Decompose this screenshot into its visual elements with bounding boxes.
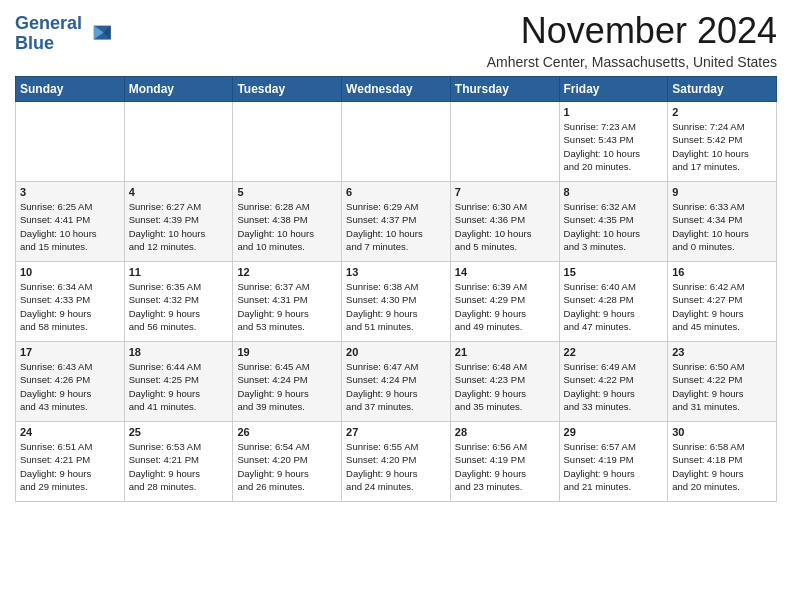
day-info: Sunrise: 6:57 AM Sunset: 4:19 PM Dayligh…	[564, 440, 664, 493]
weekday-header: Sunday	[16, 77, 125, 102]
header-row: SundayMondayTuesdayWednesdayThursdayFrid…	[16, 77, 777, 102]
calendar-cell: 9Sunrise: 6:33 AM Sunset: 4:34 PM Daylig…	[668, 182, 777, 262]
calendar-cell: 11Sunrise: 6:35 AM Sunset: 4:32 PM Dayli…	[124, 262, 233, 342]
calendar-week-row: 10Sunrise: 6:34 AM Sunset: 4:33 PM Dayli…	[16, 262, 777, 342]
day-info: Sunrise: 6:30 AM Sunset: 4:36 PM Dayligh…	[455, 200, 555, 253]
calendar-cell	[124, 102, 233, 182]
weekday-header: Wednesday	[342, 77, 451, 102]
calendar-cell: 15Sunrise: 6:40 AM Sunset: 4:28 PM Dayli…	[559, 262, 668, 342]
day-number: 20	[346, 346, 446, 358]
day-number: 12	[237, 266, 337, 278]
weekday-header: Monday	[124, 77, 233, 102]
day-info: Sunrise: 6:43 AM Sunset: 4:26 PM Dayligh…	[20, 360, 120, 413]
day-number: 30	[672, 426, 772, 438]
calendar-cell: 24Sunrise: 6:51 AM Sunset: 4:21 PM Dayli…	[16, 422, 125, 502]
calendar-cell	[233, 102, 342, 182]
day-info: Sunrise: 6:50 AM Sunset: 4:22 PM Dayligh…	[672, 360, 772, 413]
day-info: Sunrise: 6:55 AM Sunset: 4:20 PM Dayligh…	[346, 440, 446, 493]
day-number: 26	[237, 426, 337, 438]
day-info: Sunrise: 7:23 AM Sunset: 5:43 PM Dayligh…	[564, 120, 664, 173]
day-number: 29	[564, 426, 664, 438]
day-number: 24	[20, 426, 120, 438]
calendar-table: SundayMondayTuesdayWednesdayThursdayFrid…	[15, 76, 777, 502]
day-info: Sunrise: 6:56 AM Sunset: 4:19 PM Dayligh…	[455, 440, 555, 493]
calendar-cell: 23Sunrise: 6:50 AM Sunset: 4:22 PM Dayli…	[668, 342, 777, 422]
calendar-cell: 1Sunrise: 7:23 AM Sunset: 5:43 PM Daylig…	[559, 102, 668, 182]
calendar-cell: 13Sunrise: 6:38 AM Sunset: 4:30 PM Dayli…	[342, 262, 451, 342]
calendar-cell: 28Sunrise: 6:56 AM Sunset: 4:19 PM Dayli…	[450, 422, 559, 502]
day-number: 21	[455, 346, 555, 358]
logo: GeneralBlue	[15, 14, 112, 54]
calendar-cell: 19Sunrise: 6:45 AM Sunset: 4:24 PM Dayli…	[233, 342, 342, 422]
calendar-header: SundayMondayTuesdayWednesdayThursdayFrid…	[16, 77, 777, 102]
day-number: 4	[129, 186, 229, 198]
calendar-cell	[342, 102, 451, 182]
day-number: 15	[564, 266, 664, 278]
day-info: Sunrise: 6:49 AM Sunset: 4:22 PM Dayligh…	[564, 360, 664, 413]
day-info: Sunrise: 6:33 AM Sunset: 4:34 PM Dayligh…	[672, 200, 772, 253]
calendar-cell: 2Sunrise: 7:24 AM Sunset: 5:42 PM Daylig…	[668, 102, 777, 182]
day-info: Sunrise: 6:39 AM Sunset: 4:29 PM Dayligh…	[455, 280, 555, 333]
calendar-cell: 4Sunrise: 6:27 AM Sunset: 4:39 PM Daylig…	[124, 182, 233, 262]
day-number: 27	[346, 426, 446, 438]
day-info: Sunrise: 6:38 AM Sunset: 4:30 PM Dayligh…	[346, 280, 446, 333]
day-info: Sunrise: 6:37 AM Sunset: 4:31 PM Dayligh…	[237, 280, 337, 333]
day-number: 6	[346, 186, 446, 198]
day-info: Sunrise: 6:53 AM Sunset: 4:21 PM Dayligh…	[129, 440, 229, 493]
calendar-week-row: 3Sunrise: 6:25 AM Sunset: 4:41 PM Daylig…	[16, 182, 777, 262]
calendar-cell: 8Sunrise: 6:32 AM Sunset: 4:35 PM Daylig…	[559, 182, 668, 262]
calendar-cell: 21Sunrise: 6:48 AM Sunset: 4:23 PM Dayli…	[450, 342, 559, 422]
day-info: Sunrise: 6:32 AM Sunset: 4:35 PM Dayligh…	[564, 200, 664, 253]
day-info: Sunrise: 6:54 AM Sunset: 4:20 PM Dayligh…	[237, 440, 337, 493]
day-info: Sunrise: 6:25 AM Sunset: 4:41 PM Dayligh…	[20, 200, 120, 253]
calendar-cell: 6Sunrise: 6:29 AM Sunset: 4:37 PM Daylig…	[342, 182, 451, 262]
day-number: 5	[237, 186, 337, 198]
calendar-week-row: 1Sunrise: 7:23 AM Sunset: 5:43 PM Daylig…	[16, 102, 777, 182]
calendar-cell: 12Sunrise: 6:37 AM Sunset: 4:31 PM Dayli…	[233, 262, 342, 342]
calendar-cell	[450, 102, 559, 182]
day-number: 13	[346, 266, 446, 278]
day-info: Sunrise: 6:34 AM Sunset: 4:33 PM Dayligh…	[20, 280, 120, 333]
page-header: GeneralBlue November 2024 Amherst Center…	[15, 10, 777, 70]
calendar-cell: 26Sunrise: 6:54 AM Sunset: 4:20 PM Dayli…	[233, 422, 342, 502]
day-info: Sunrise: 6:28 AM Sunset: 4:38 PM Dayligh…	[237, 200, 337, 253]
day-number: 11	[129, 266, 229, 278]
day-number: 22	[564, 346, 664, 358]
calendar-cell: 27Sunrise: 6:55 AM Sunset: 4:20 PM Dayli…	[342, 422, 451, 502]
calendar-cell: 16Sunrise: 6:42 AM Sunset: 4:27 PM Dayli…	[668, 262, 777, 342]
weekday-header: Saturday	[668, 77, 777, 102]
day-info: Sunrise: 6:27 AM Sunset: 4:39 PM Dayligh…	[129, 200, 229, 253]
day-number: 16	[672, 266, 772, 278]
day-number: 2	[672, 106, 772, 118]
day-info: Sunrise: 7:24 AM Sunset: 5:42 PM Dayligh…	[672, 120, 772, 173]
day-number: 25	[129, 426, 229, 438]
day-number: 10	[20, 266, 120, 278]
day-number: 23	[672, 346, 772, 358]
calendar-cell: 18Sunrise: 6:44 AM Sunset: 4:25 PM Dayli…	[124, 342, 233, 422]
calendar-week-row: 24Sunrise: 6:51 AM Sunset: 4:21 PM Dayli…	[16, 422, 777, 502]
day-info: Sunrise: 6:40 AM Sunset: 4:28 PM Dayligh…	[564, 280, 664, 333]
day-info: Sunrise: 6:48 AM Sunset: 4:23 PM Dayligh…	[455, 360, 555, 413]
calendar-cell: 5Sunrise: 6:28 AM Sunset: 4:38 PM Daylig…	[233, 182, 342, 262]
day-info: Sunrise: 6:47 AM Sunset: 4:24 PM Dayligh…	[346, 360, 446, 413]
day-number: 1	[564, 106, 664, 118]
calendar-cell: 25Sunrise: 6:53 AM Sunset: 4:21 PM Dayli…	[124, 422, 233, 502]
day-info: Sunrise: 6:51 AM Sunset: 4:21 PM Dayligh…	[20, 440, 120, 493]
location: Amherst Center, Massachusetts, United St…	[487, 54, 777, 70]
weekday-header: Thursday	[450, 77, 559, 102]
calendar-cell: 17Sunrise: 6:43 AM Sunset: 4:26 PM Dayli…	[16, 342, 125, 422]
day-number: 8	[564, 186, 664, 198]
calendar-cell: 10Sunrise: 6:34 AM Sunset: 4:33 PM Dayli…	[16, 262, 125, 342]
logo-icon	[84, 20, 112, 48]
calendar-body: 1Sunrise: 7:23 AM Sunset: 5:43 PM Daylig…	[16, 102, 777, 502]
calendar-cell: 30Sunrise: 6:58 AM Sunset: 4:18 PM Dayli…	[668, 422, 777, 502]
calendar-week-row: 17Sunrise: 6:43 AM Sunset: 4:26 PM Dayli…	[16, 342, 777, 422]
calendar-cell: 14Sunrise: 6:39 AM Sunset: 4:29 PM Dayli…	[450, 262, 559, 342]
day-info: Sunrise: 6:58 AM Sunset: 4:18 PM Dayligh…	[672, 440, 772, 493]
calendar-cell	[16, 102, 125, 182]
day-number: 18	[129, 346, 229, 358]
weekday-header: Tuesday	[233, 77, 342, 102]
weekday-header: Friday	[559, 77, 668, 102]
calendar-cell: 20Sunrise: 6:47 AM Sunset: 4:24 PM Dayli…	[342, 342, 451, 422]
day-number: 9	[672, 186, 772, 198]
